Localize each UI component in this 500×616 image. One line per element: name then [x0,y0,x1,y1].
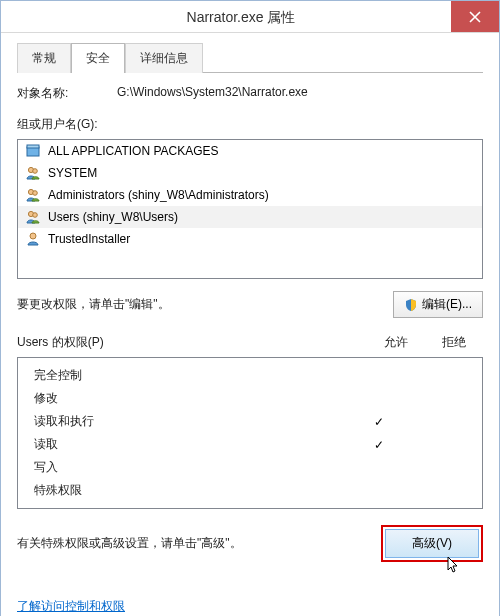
permission-row: 特殊权限 [18,479,482,502]
users-icon [24,165,42,181]
package-icon [24,143,42,159]
edit-hint-text: 要更改权限，请单击"编辑"。 [17,296,393,313]
tab-details[interactable]: 详细信息 [125,43,203,73]
user-icon [24,231,42,247]
advanced-highlight: 高级(V) [381,525,483,562]
list-item[interactable]: Users (shiny_W8\Users) [18,206,482,228]
permission-row: 完全控制 [18,364,482,387]
svg-rect-1 [27,145,39,148]
edit-button[interactable]: 编辑(E)... [393,291,483,318]
title-bar: Narrator.exe 属性 [1,1,499,33]
list-item[interactable]: ALL APPLICATION PACKAGES [18,140,482,162]
permissions-header-label: Users 的权限(P) [17,334,367,351]
svg-point-7 [33,213,38,218]
close-icon [469,11,481,23]
users-icon [24,187,42,203]
object-name-label: 对象名称: [17,85,117,102]
help-link[interactable]: 了解访问控制和权限 [17,598,125,615]
tab-security[interactable]: 安全 [71,43,125,73]
permissions-list: 完全控制修改读取和执行✓读取✓写入特殊权限 [17,357,483,509]
window-title: Narrator.exe 属性 [31,1,451,32]
group-user-list[interactable]: ALL APPLICATION PACKAGESSYSTEMAdministra… [17,139,483,279]
list-item[interactable]: SYSTEM [18,162,482,184]
permission-name: 修改 [34,390,350,407]
users-icon [24,209,42,225]
close-button[interactable] [451,1,499,32]
permissions-header: Users 的权限(P) 允许 拒绝 [17,334,483,351]
properties-dialog: Narrator.exe 属性 常规 安全 详细信息 对象名称: G:\Wind… [0,0,500,616]
list-item-label: TrustedInstaller [48,232,130,246]
shield-icon [404,298,418,312]
list-item-label: ALL APPLICATION PACKAGES [48,144,219,158]
permissions-col-deny: 拒绝 [425,334,483,351]
edit-button-label: 编辑(E)... [422,296,472,313]
object-name-row: 对象名称: G:\Windows\System32\Narrator.exe [17,85,483,102]
svg-point-5 [33,191,38,196]
list-item-label: Administrators (shiny_W8\Administrators) [48,188,269,202]
permission-name: 完全控制 [34,367,350,384]
permission-name: 特殊权限 [34,482,350,499]
list-item[interactable]: Administrators (shiny_W8\Administrators) [18,184,482,206]
tab-strip: 常规 安全 详细信息 [17,43,483,73]
permission-row: 读取✓ [18,433,482,456]
permission-row: 修改 [18,387,482,410]
svg-point-8 [30,233,36,239]
advanced-hint-row: 有关特殊权限或高级设置，请单击"高级"。 高级(V) [17,525,483,562]
permission-allow: ✓ [350,415,408,429]
permission-allow: ✓ [350,438,408,452]
advanced-button-label: 高级(V) [412,536,452,550]
advanced-button[interactable]: 高级(V) [385,529,479,558]
list-item-label: SYSTEM [48,166,97,180]
permissions-col-allow: 允许 [367,334,425,351]
groups-label: 组或用户名(G): [17,116,483,133]
list-item[interactable]: TrustedInstaller [18,228,482,250]
edit-hint-row: 要更改权限，请单击"编辑"。 编辑(E)... [17,291,483,318]
list-item-label: Users (shiny_W8\Users) [48,210,178,224]
advanced-hint-text: 有关特殊权限或高级设置，请单击"高级"。 [17,535,381,552]
permission-name: 读取 [34,436,350,453]
object-name-value: G:\Windows\System32\Narrator.exe [117,85,483,99]
permission-name: 写入 [34,459,350,476]
permission-row: 写入 [18,456,482,479]
tab-general[interactable]: 常规 [17,43,71,73]
permission-row: 读取和执行✓ [18,410,482,433]
permission-name: 读取和执行 [34,413,350,430]
dialog-content: 常规 安全 详细信息 对象名称: G:\Windows\System32\Nar… [1,33,499,616]
svg-point-3 [33,169,38,174]
